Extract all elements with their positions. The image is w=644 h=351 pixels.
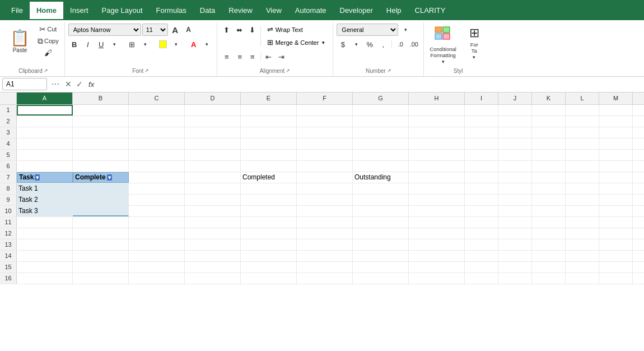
cell-f8[interactable]: [297, 183, 353, 194]
cell-l2[interactable]: [566, 116, 599, 127]
cell-b13[interactable]: [73, 239, 129, 250]
paste-button[interactable]: 📋 Paste: [6, 24, 34, 58]
tab-data[interactable]: Data: [193, 2, 222, 19]
cell-m3[interactable]: [599, 127, 633, 138]
cell-a4[interactable]: [17, 138, 73, 149]
cell-e15[interactable]: [241, 262, 297, 273]
clipboard-dialog-icon[interactable]: ↗: [44, 68, 48, 73]
cell-reference-box[interactable]: A1: [2, 78, 47, 90]
cell-i12[interactable]: [465, 228, 498, 239]
cell-k3[interactable]: [532, 127, 566, 138]
cell-g12[interactable]: [353, 228, 409, 239]
cell-d4[interactable]: [185, 138, 241, 149]
cell-a15[interactable]: [17, 262, 73, 273]
cell-c3[interactable]: [129, 127, 185, 138]
number-format-dropdown[interactable]: ▾: [399, 24, 412, 36]
cell-h14[interactable]: [409, 251, 465, 261]
row-num-12[interactable]: 12: [0, 228, 17, 239]
cell-e7[interactable]: Completed: [241, 172, 297, 183]
cell-i5[interactable]: [465, 150, 498, 160]
cell-m9[interactable]: [599, 195, 633, 205]
cell-h7[interactable]: [409, 172, 465, 183]
cell-a11[interactable]: [17, 217, 73, 228]
cell-d9[interactable]: [185, 195, 241, 205]
cell-m4[interactable]: [599, 138, 633, 149]
indent-increase-button[interactable]: ⇥: [276, 50, 288, 63]
cell-e2[interactable]: [241, 116, 297, 127]
cell-l12[interactable]: [566, 228, 599, 239]
formula-options-button[interactable]: ⋯: [49, 80, 62, 89]
cell-a8[interactable]: Task 1: [17, 183, 73, 194]
col-header-l[interactable]: L: [566, 93, 599, 104]
cell-k12[interactable]: [532, 228, 566, 239]
increase-font-size-button[interactable]: A: [169, 24, 181, 36]
cell-l9[interactable]: [566, 195, 599, 205]
cell-e8[interactable]: [241, 183, 297, 194]
row-num-16[interactable]: 16: [0, 273, 17, 284]
cell-m2[interactable]: [599, 116, 633, 127]
cell-e6[interactable]: [241, 161, 297, 172]
row-num-13[interactable]: 13: [0, 239, 17, 250]
cell-g7[interactable]: Outstanding: [353, 172, 409, 183]
cell-g4[interactable]: [353, 138, 409, 149]
font-size-select[interactable]: 11: [142, 24, 168, 36]
col-header-a[interactable]: A: [17, 93, 73, 104]
cell-d5[interactable]: [185, 150, 241, 160]
format-table-button[interactable]: ⊞ ForTa ▾: [460, 24, 489, 62]
cell-b3[interactable]: [73, 127, 129, 138]
row-num-5[interactable]: 5: [0, 150, 17, 160]
cell-c13[interactable]: [129, 239, 185, 250]
cell-j8[interactable]: [498, 183, 532, 194]
cell-c8[interactable]: [129, 183, 185, 194]
cell-i15[interactable]: [465, 262, 498, 273]
cell-j16[interactable]: [498, 273, 532, 284]
task-filter-button[interactable]: ▾: [35, 174, 40, 181]
cell-g3[interactable]: [353, 127, 409, 138]
cell-h1[interactable]: [409, 105, 465, 116]
cell-d13[interactable]: [185, 239, 241, 250]
cell-h6[interactable]: [409, 161, 465, 172]
tab-review[interactable]: Review: [222, 2, 259, 19]
cell-c11[interactable]: [129, 217, 185, 228]
cell-l5[interactable]: [566, 150, 599, 160]
cell-l10[interactable]: [566, 206, 599, 216]
cell-g5[interactable]: [353, 150, 409, 160]
cell-g16[interactable]: [353, 273, 409, 284]
cell-g2[interactable]: [353, 116, 409, 127]
cell-a5[interactable]: [17, 150, 73, 160]
cell-j3[interactable]: [498, 127, 532, 138]
cell-j10[interactable]: [498, 206, 532, 216]
font-dialog-icon[interactable]: ↗: [144, 68, 149, 73]
indent-decrease-button[interactable]: ⇤: [263, 50, 275, 63]
cell-k6[interactable]: [532, 161, 566, 172]
decrease-font-size-button[interactable]: A: [183, 24, 195, 36]
cell-d6[interactable]: [185, 161, 241, 172]
cell-k4[interactable]: [532, 138, 566, 149]
cell-i2[interactable]: [465, 116, 498, 127]
bold-button[interactable]: B: [68, 38, 81, 50]
cell-h13[interactable]: [409, 239, 465, 250]
cell-i13[interactable]: [465, 239, 498, 250]
tab-formulas[interactable]: Formulas: [150, 2, 193, 19]
col-header-h[interactable]: H: [409, 93, 465, 104]
cell-d2[interactable]: [185, 116, 241, 127]
col-header-b[interactable]: B: [73, 93, 129, 104]
cell-h10[interactable]: [409, 206, 465, 216]
cell-e1[interactable]: [241, 105, 297, 116]
number-format-select[interactable]: General: [337, 24, 398, 36]
cell-m6[interactable]: [599, 161, 633, 172]
col-header-i[interactable]: I: [465, 93, 498, 104]
cell-i8[interactable]: [465, 183, 498, 194]
align-center-button[interactable]: ≡: [234, 50, 246, 63]
cell-i4[interactable]: [465, 138, 498, 149]
cell-h8[interactable]: [409, 183, 465, 194]
font-color-dropdown[interactable]: ▾: [201, 38, 213, 50]
cell-c14[interactable]: [129, 251, 185, 261]
cut-button[interactable]: ✂ Cut: [35, 24, 61, 35]
fill-color-dropdown[interactable]: ▾: [170, 38, 183, 50]
tab-clarity[interactable]: CLARITY: [408, 2, 452, 19]
font-name-select[interactable]: Aptos Narrow: [68, 24, 141, 36]
cell-g13[interactable]: [353, 239, 409, 250]
col-header-c[interactable]: C: [129, 93, 185, 104]
cell-j1[interactable]: [498, 105, 532, 116]
